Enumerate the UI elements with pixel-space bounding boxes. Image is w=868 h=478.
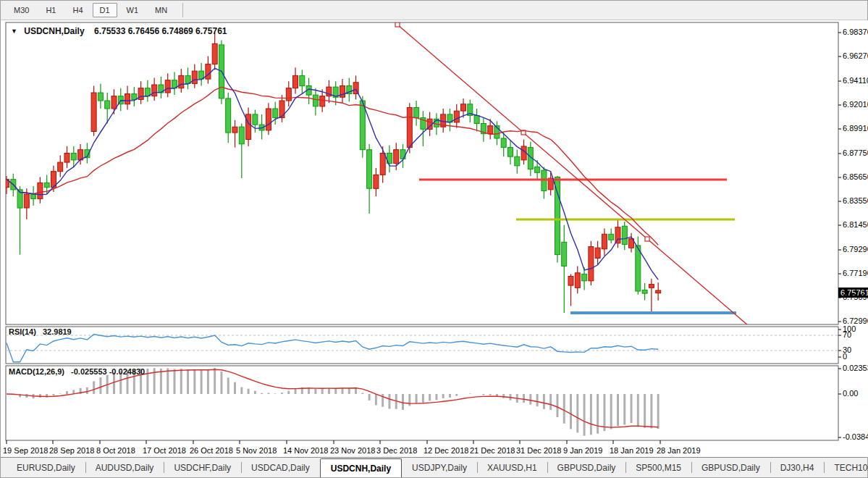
date-axis-label: 21 Dec 2018 [470,446,515,455]
price-axis-label: 6.85650 [843,172,868,181]
rsi-indicator-label: RSI(14) 32.9819 [9,327,72,336]
timeframe-button-m30[interactable]: M30 [7,3,36,17]
price-axis-label: 6.79290 [843,245,868,253]
chart-tab-usdchf-daily[interactable]: USDCHF,Daily [164,458,241,477]
macd-indicator-label: MACD(12,26,9) -0.025553 -0.024830 [9,367,145,376]
date-axis-label: 5 Nov 2018 [236,446,277,455]
chart-tab-usdjpy-daily[interactable]: USDJPY,Daily [402,458,477,477]
rsi-name: RSI(14) [9,327,36,336]
chart-tab-usdcad-daily[interactable]: USDCAD,Daily [241,458,320,477]
price-axis-label: 6.83550 [843,196,868,205]
rsi-axis-label: 70 [843,330,851,339]
chart-tab-gbpusd-daily[interactable]: GBPUSD,Daily [691,458,770,477]
date-axis-label: 23 Nov 2018 [330,446,375,455]
date-axis-label: 17 Oct 2018 [143,446,186,455]
chart-tab-tech100-h1[interactable]: TECH100,H1 [824,458,868,477]
date-axis-label: 18 Jan 2019 [610,446,654,455]
price-axis-label: 6.87750 [843,148,868,157]
chart-tab-eurusd-daily[interactable]: EURUSD,Daily [7,458,85,477]
rsi-value: 32.9819 [43,327,72,336]
chart-tab-dj30-h4[interactable]: DJ30,H4 [770,458,825,477]
chart-region[interactable]: ▼ USDCNH,Daily 6.75533 6.76456 6.74869 6… [1,20,868,458]
date-axis-label: 28 Jan 2019 [657,446,701,455]
timeframe-button-h1[interactable]: H1 [38,3,63,17]
price-axis-label: 6.96270 [843,51,868,60]
date-axis-label: 31 Dec 2018 [516,446,561,455]
date-axis-label: 26 Oct 2018 [190,446,233,455]
date-axis-label: 14 Nov 2018 [283,446,328,455]
macd-axis-label: 0.023534 [843,364,868,372]
chart-tab-xauusd-h1[interactable]: XAUUSD,H1 [477,458,547,477]
symbol-title: USDCNH,Daily [24,26,84,36]
toolbar-separator [182,3,183,17]
rsi-axis-label: 0 [843,352,847,361]
timeframe-toolbar: M30H1H4D1W1MN [1,1,867,20]
timeframe-button-w1[interactable]: W1 [119,3,146,17]
collapse-caret-icon[interactable]: ▼ [11,28,17,35]
chart-tab-usdcnh-daily[interactable]: USDCNH,Daily [320,458,402,477]
chart-tab-audusd-daily[interactable]: AUDUSD,Daily [85,458,164,477]
chart-tabbar: EURUSD,DailyAUDUSD,DailyUSDCHF,DailyUSDC… [1,457,867,477]
trading-app-window: M30H1H4D1W1MN ▼ USDCNH,Daily 6.75533 6.7… [0,0,868,478]
chart-tab-sp500-m15[interactable]: SP500,M15 [625,458,691,477]
price-axis-label: 6.75090 [843,293,868,301]
price-axis-label: 6.89910 [843,124,868,133]
date-axis-label: 8 Oct 2018 [96,446,135,455]
timeframe-button-d1[interactable]: D1 [93,3,117,17]
ohlc-values: 6.75533 6.76456 6.74869 6.75761 [94,26,227,36]
macd-values: -0.025553 -0.024830 [71,367,145,376]
price-axis-label: 6.92010 [843,100,868,109]
price-axis-label: 6.77190 [843,269,868,277]
price-axis-label: 6.98370 [843,28,868,36]
candlestick-chart-canvas[interactable] [1,20,868,458]
timeframe-button-mn[interactable]: MN [148,3,174,17]
timeframe-button-h4[interactable]: H4 [65,3,90,17]
date-axis-label: 9 Jan 2019 [563,446,602,455]
date-axis-label: 19 Sep 2018 [3,446,48,455]
macd-name: MACD(12,26,9) [9,367,64,376]
date-axis-label: 3 Dec 2018 [376,446,417,455]
macd-axis-label: 0.00 [843,389,858,398]
macd-axis-label: -0.038466 [843,432,868,441]
date-axis-label: 12 Dec 2018 [424,446,468,455]
price-axis-label: 6.94110 [843,76,868,85]
date-axis-label: 28 Sep 2018 [49,446,94,455]
price-axis-label: 6.81450 [843,220,868,229]
chart-title: ▼ USDCNH,Daily 6.75533 6.76456 6.74869 6… [11,26,227,36]
chart-tab-gbpusd-daily[interactable]: GBPUSD,Daily [547,458,626,477]
